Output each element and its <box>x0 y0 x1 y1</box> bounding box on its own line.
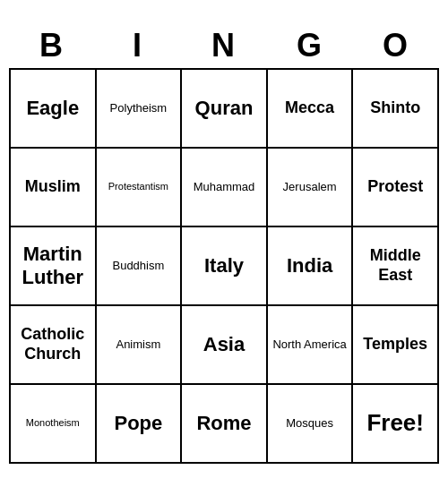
bingo-header: BINGO <box>9 23 439 68</box>
cell-r0-c3: Mecca <box>268 70 354 149</box>
cell-r2-c3: India <box>268 227 354 306</box>
cell-r0-c2: Quran <box>182 70 268 149</box>
cell-r2-c1: Buddhism <box>97 227 183 306</box>
cell-r4-c3: Mosques <box>268 385 354 464</box>
cell-r3-c2: Asia <box>182 306 268 385</box>
header-letter-N: N <box>181 23 267 68</box>
cell-r3-c3: North America <box>268 306 354 385</box>
cell-r4-c1: Pope <box>97 385 183 464</box>
cell-r4-c0: Monotheism <box>11 385 97 464</box>
cell-r1-c2: Muhammad <box>182 149 268 227</box>
header-letter-O: O <box>353 23 439 68</box>
cell-r0-c1: Polytheism <box>97 70 183 149</box>
bingo-card: BINGO EaglePolytheismQuranMeccaShintoMus… <box>9 23 439 464</box>
cell-r2-c0: Martin Luther <box>11 227 97 306</box>
header-letter-I: I <box>95 23 181 68</box>
cell-r3-c1: Animism <box>97 306 183 385</box>
cell-r1-c3: Jerusalem <box>268 149 354 227</box>
header-letter-B: B <box>9 23 95 68</box>
cell-r4-c4: Free! <box>353 385 439 464</box>
cell-r1-c4: Protest <box>353 149 439 227</box>
cell-r3-c4: Temples <box>353 306 439 385</box>
cell-r3-c0: Catholic Church <box>11 306 97 385</box>
cell-r1-c1: Protestantism <box>97 149 183 227</box>
cell-r2-c2: Italy <box>182 227 268 306</box>
cell-r4-c2: Rome <box>182 385 268 464</box>
bingo-grid: EaglePolytheismQuranMeccaShintoMuslimPro… <box>9 68 439 464</box>
cell-r0-c4: Shinto <box>353 70 439 149</box>
header-letter-G: G <box>267 23 353 68</box>
cell-r2-c4: Middle East <box>353 227 439 306</box>
cell-r1-c0: Muslim <box>11 149 97 227</box>
cell-r0-c0: Eagle <box>11 70 97 149</box>
